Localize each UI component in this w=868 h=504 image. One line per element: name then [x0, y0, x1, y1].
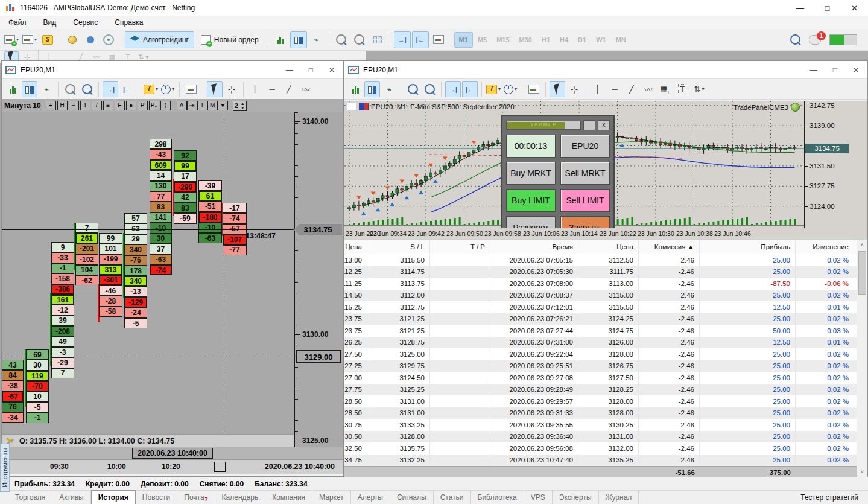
- cluster-btn-−[interactable]: −: [69, 101, 79, 110]
- line-chart-icon[interactable]: ⌁: [381, 81, 397, 97]
- tile-windows-icon[interactable]: [369, 31, 386, 48]
- column-header-Прибыль[interactable]: Прибыль: [700, 240, 796, 254]
- toolbox-side-tab[interactable]: Инструменты: [0, 444, 10, 492]
- table-row[interactable]: 134.753132.252020.06.23 10:47:403135.25-…: [344, 455, 867, 467]
- trendline-icon[interactable]: ╱: [624, 81, 639, 97]
- connection-toggle[interactable]: [829, 34, 857, 45]
- trade-panel-button-Sell LIMIT[interactable]: Sell LIMIT: [560, 189, 610, 212]
- bar-chart-icon[interactable]: [5, 81, 21, 97]
- bottom-tab-Торговля[interactable]: Торговля: [8, 491, 52, 504]
- right-price-scale[interactable]: 3142.753139.003135.253131.503127.753124.…: [804, 101, 867, 228]
- indicator-spinner[interactable]: 2 ▲▼: [233, 101, 247, 111]
- table-row[interactable]: 130.503128.002020.06.23 09:36:403131.00-…: [344, 431, 867, 443]
- timeframe-D1[interactable]: D1: [573, 32, 591, 48]
- signals-radar-icon[interactable]: [100, 31, 117, 48]
- trendline-icon[interactable]: ╱: [281, 81, 297, 97]
- cluster-btn-Pₙ[interactable]: Pₙ: [149, 101, 159, 110]
- timeframe-M15[interactable]: M15: [492, 32, 514, 48]
- bottom-tab-Новости[interactable]: Новости: [136, 491, 177, 504]
- trade-panel-button-Buy MRKT[interactable]: Buy MRKT: [506, 162, 556, 185]
- menu-item-Вид[interactable]: Вид: [35, 16, 65, 28]
- cluster-btn-+[interactable]: +: [46, 101, 56, 110]
- column-header-T / P[interactable]: T / P: [430, 240, 490, 254]
- cluster-btn-I[interactable]: I: [80, 101, 90, 110]
- text-tool-icon[interactable]: T: [674, 81, 690, 97]
- table-row[interactable]: 127.253129.752020.06.23 09:25:513126.75-…: [344, 360, 867, 372]
- cluster-btn-/[interactable]: /: [92, 101, 102, 110]
- column-header-Цена[interactable]: Цена: [578, 240, 639, 254]
- vertical-line-icon[interactable]: │: [247, 81, 263, 97]
- table-row[interactable]: 132.503135.752020.06.23 09:56:083132.00-…: [344, 442, 867, 455]
- scrollbar-thumb[interactable]: [858, 251, 866, 295]
- fibo-grid-icon[interactable]: ▦F: [657, 81, 673, 97]
- cluster-mode-M[interactable]: M: [207, 101, 218, 110]
- table-row[interactable]: 123.753121.252020.06.23 07:26:213124.25-…: [344, 313, 867, 325]
- candle-chart-icon[interactable]: [290, 31, 307, 48]
- zoom-in-icon[interactable]: [405, 81, 420, 97]
- table-row[interactable]: 128.503131.002020.06.23 09:29:573128.00-…: [344, 395, 867, 407]
- candle-chart-icon[interactable]: [364, 81, 380, 97]
- column-header-Время[interactable]: Время: [490, 240, 578, 254]
- bottom-tab-Почта[interactable]: Почта7: [177, 491, 215, 504]
- timeframe-M1[interactable]: M1: [454, 32, 473, 48]
- column-header-Изменение[interactable]: Изменение: [796, 240, 854, 254]
- zoom-in-icon[interactable]: [62, 81, 78, 97]
- elliott-waves-icon[interactable]: 〰: [298, 81, 314, 97]
- minimize-icon[interactable]: —: [810, 66, 817, 74]
- close-icon[interactable]: ✕: [329, 66, 335, 74]
- cluster-btn-H[interactable]: H: [57, 101, 68, 110]
- zoom-out-icon[interactable]: [79, 81, 95, 97]
- strategy-tester-label[interactable]: Тестер стратегий: [800, 491, 868, 504]
- auto-scroll-icon[interactable]: |←: [119, 81, 135, 97]
- zoom-in-icon[interactable]: [333, 31, 350, 48]
- table-row[interactable]: 127.003124.502020.06.23 09:27:083127.50-…: [344, 372, 867, 384]
- trade-panel-button-00:00:13[interactable]: 00:00:13: [506, 135, 556, 158]
- right-window-titlebar[interactable]: EPU20,M1 — □ ✕: [344, 61, 867, 79]
- cluster-btn-●[interactable]: ●: [126, 101, 136, 110]
- vertical-line-icon[interactable]: │: [590, 81, 606, 97]
- close-icon[interactable]: ✕: [853, 66, 859, 74]
- column-header-Цена[interactable]: Цена: [344, 240, 367, 254]
- trade-panel-button-Sell MRKT[interactable]: Sell MRKT: [560, 162, 610, 185]
- maximize-icon[interactable]: □: [309, 66, 313, 74]
- table-row[interactable]: 114.503112.002020.06.23 07:08:373115.00-…: [344, 290, 867, 302]
- period-icon[interactable]: ▾: [160, 81, 176, 97]
- minimize-icon[interactable]: —: [787, 0, 814, 16]
- table-scrollbar[interactable]: ˄ ˅: [857, 240, 867, 477]
- panel-close-button[interactable]: x: [598, 120, 610, 130]
- menu-item-Справка[interactable]: Справка: [106, 16, 151, 28]
- community-icon[interactable]: [82, 31, 99, 48]
- panel-minimize-button[interactable]: [583, 120, 595, 130]
- table-row[interactable]: 127.753125.252020.06.23 09:28:493128.25-…: [344, 384, 867, 396]
- cluster-mode-⇥[interactable]: ⇥: [187, 101, 197, 110]
- new-chart-icon[interactable]: ▾: [3, 31, 20, 48]
- trade-panel-button-Закрыть[interactable]: Закрыть: [560, 216, 610, 228]
- bottom-tab-История[interactable]: История: [91, 490, 136, 504]
- cluster-mode-I[interactable]: I: [197, 101, 207, 110]
- timeframe-M5[interactable]: M5: [473, 32, 492, 48]
- menu-item-Файл[interactable]: Файл: [0, 16, 35, 28]
- horizontal-line-icon[interactable]: ─: [607, 81, 622, 97]
- profiles-icon[interactable]: ▾: [21, 31, 38, 48]
- bottom-tab-Статьи[interactable]: Статьи: [434, 491, 471, 504]
- zoom-out-icon[interactable]: [351, 31, 368, 48]
- coins-icon[interactable]: [64, 31, 81, 48]
- arrows-tool-icon[interactable]: ⇅▾: [691, 81, 707, 97]
- table-row[interactable]: 123.753121.252020.06.23 07:27:443124.75-…: [344, 325, 867, 337]
- period-icon[interactable]: ▾: [502, 81, 518, 97]
- bottom-tab-Маркет[interactable]: Маркет: [312, 491, 351, 504]
- minimize-icon[interactable]: —: [286, 66, 293, 74]
- zoom-out-icon[interactable]: [422, 81, 437, 97]
- table-row[interactable]: 126.253128.752020.06.23 07:31:003126.00-…: [344, 337, 867, 349]
- indicator-list-icon[interactable]: f▾: [486, 81, 501, 97]
- template-icon[interactable]: [526, 81, 542, 97]
- candle-chart-area[interactable]: EPU20, M1: E-Mini S&P 500: September 202…: [344, 101, 867, 228]
- time-axis[interactable]: 2020.06.23 10:40:00 09:3010:0010:20: [2, 459, 343, 474]
- timeframe-MN[interactable]: MN: [611, 32, 631, 48]
- cluster-btn-P[interactable]: P: [138, 101, 148, 110]
- bottom-tab-Календарь[interactable]: Календарь: [215, 491, 266, 504]
- bottom-tab-Активы[interactable]: Активы: [52, 491, 91, 504]
- shift-end-icon[interactable]: →|: [103, 81, 118, 97]
- cluster-btn-⟨[interactable]: ⟨: [160, 101, 171, 110]
- scroll-up-icon[interactable]: ˄: [857, 240, 867, 250]
